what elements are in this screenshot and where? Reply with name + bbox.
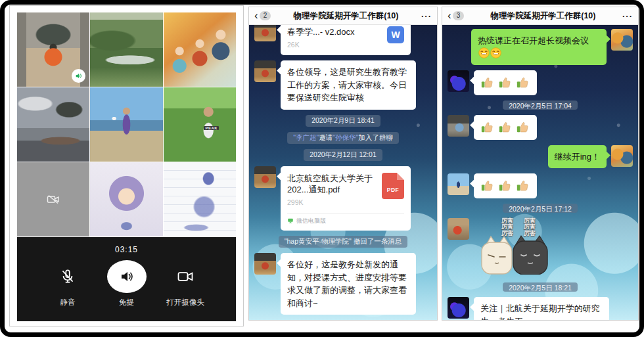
date-separator: 2020年2月12日 12:01	[304, 149, 382, 161]
pdf-file-icon: PDF	[382, 173, 404, 199]
emoji-bubble	[474, 70, 537, 95]
avatar[interactable]	[448, 218, 469, 240]
shirt-text: PEAK	[204, 126, 219, 130]
thumbs-up-icon	[498, 179, 513, 193]
mute-button[interactable]: 静音	[39, 259, 96, 307]
join-action-text: 邀请	[319, 133, 333, 141]
participant-video-6[interactable]: PEAK	[164, 87, 236, 162]
message-emoji	[442, 173, 638, 198]
thumbs-up-icon	[480, 76, 495, 90]
date-separator: 2020年2月5日 17:12	[503, 204, 578, 213]
word-icon-letter: W	[391, 28, 400, 42]
back-button[interactable]: ‹ 3	[448, 11, 464, 21]
participant-grid: PEAK	[17, 12, 236, 236]
chat-area: 春季学...- v2.docx 26K W 各位领导，这是研究生教育教学工作的方…	[249, 25, 437, 320]
file-bubble-docx[interactable]: 春季学...- v2.docx 26K W	[281, 25, 411, 55]
avatar[interactable]	[254, 25, 276, 41]
system-message-join: "李广超"邀请"孙保华"加入了群聊	[287, 132, 398, 144]
unread-count-badge: 3	[453, 11, 465, 20]
avatar[interactable]	[448, 173, 469, 195]
date-separator: 2020年2月9日 18:41	[306, 115, 380, 127]
chat-screenshot-2: ‹ 3 物理学院延期开学工作群(10) ··· 热统课正在召开超长视频会议	[442, 7, 639, 321]
participant-video-9[interactable]	[164, 162, 236, 236]
cats-sticker[interactable]: 厉害 厉害 厉害 厉害 厉害 厉害	[475, 218, 562, 277]
camera-icon	[176, 267, 195, 286]
more-menu-button[interactable]: ···	[622, 11, 633, 21]
message-text: 各位好，这是教务处新发的通知，对授课方式、进度安排等要求又做了新的调整，请大家查…	[249, 253, 437, 315]
message-emoji	[442, 115, 638, 140]
thumbs-up-icon	[480, 179, 495, 193]
file-name: 北京航空航天大学关于202...通知.pdf	[287, 173, 377, 196]
participant-video-3[interactable]	[164, 12, 236, 87]
mute-label: 静音	[60, 298, 76, 307]
word-file-icon: W	[387, 26, 404, 43]
speaker-icon	[119, 269, 135, 284]
chat-title: 物理学院延期开学工作群(10)	[464, 11, 622, 22]
speaker-on-badge	[72, 69, 85, 83]
thumbs-up-icon	[516, 120, 530, 135]
mic-muted-icon	[59, 268, 76, 285]
date-separator: 2020年2月5日 17:04	[503, 101, 578, 110]
participant-video-8[interactable]	[90, 162, 162, 236]
back-chevron-icon: ‹	[448, 10, 451, 21]
thumbs-up-icon	[480, 120, 495, 135]
file-size: 26K	[287, 40, 382, 51]
video-call-screenshot: PEAK 03:15	[9, 5, 244, 326]
emoji-bubble	[474, 173, 537, 198]
avatar[interactable]	[611, 145, 633, 167]
chat-screenshot-1: ‹ 2 物理学院延期开学工作群(10) ··· 春季学...- v2.docx …	[248, 7, 438, 321]
thumbs-up-icon	[498, 120, 513, 135]
thumbs-up-icon	[516, 179, 530, 193]
speaker-button[interactable]: 免提	[99, 259, 155, 307]
thumbs-up-icon	[498, 76, 513, 90]
screenshot-canvas: PEAK 03:15	[0, 0, 644, 337]
file-name: 春季学...- v2.docx	[287, 26, 382, 38]
open-camera-button[interactable]: 打开摄像头	[157, 259, 214, 307]
more-menu-button[interactable]: ···	[421, 11, 432, 21]
message-text: 关注｜北航关于延期开学的研究生、考生工	[442, 297, 638, 320]
call-control-bar: 03:15 静音	[17, 237, 236, 321]
speaker-waves-icon	[74, 72, 83, 80]
back-chevron-icon: ‹	[254, 10, 258, 21]
grin-emoji	[490, 47, 501, 58]
participant-video-4[interactable]	[17, 87, 89, 162]
avatar[interactable]	[254, 253, 276, 275]
text-bubble: 继续开ing！	[548, 145, 607, 169]
back-button[interactable]: ‹ 2	[254, 11, 271, 21]
file-size: 299K	[287, 198, 377, 208]
open-camera-label: 打开摄像头	[166, 298, 204, 307]
avatar[interactable]	[254, 166, 276, 188]
file-bubble-pdf[interactable]: 北京航空航天大学关于202...通知.pdf 299K PDF	[281, 166, 411, 231]
message-sticker: 厉害 厉害 厉害 厉害 厉害 厉害	[442, 218, 638, 277]
two-cats-image	[475, 234, 554, 275]
participant-video-2[interactable]	[90, 12, 162, 87]
text-bubble: 关注｜北航关于延期开学的研究生、考生工	[474, 297, 609, 320]
chat-header: ‹ 2 物理学院延期开学工作群(10) ···	[249, 7, 437, 25]
chat-title: 物理学院延期开学工作群(10)	[271, 11, 421, 22]
camera-off-icon	[45, 192, 61, 208]
speaker-label: 免提	[119, 298, 134, 307]
avatar[interactable]	[448, 115, 469, 137]
member-name-link[interactable]: "李广超"	[293, 133, 319, 141]
avatar[interactable]	[448, 297, 469, 319]
avatar[interactable]	[611, 29, 633, 51]
member-name-link[interactable]: "孙保华"	[333, 133, 358, 141]
pdf-icon-label: PDF	[382, 186, 404, 194]
chat-area: 热统课正在召开超长视频会议 2020年2月5日 17:04	[442, 25, 638, 320]
participant-video-7-camera-off[interactable]	[17, 162, 89, 236]
pdf-fold-corner	[397, 173, 404, 180]
message-text-outgoing: 继续开ing！	[442, 145, 638, 169]
thumbs-up-icon	[516, 76, 530, 90]
emoji-bubble	[474, 115, 537, 140]
avatar[interactable]	[448, 70, 469, 92]
avatar[interactable]	[254, 60, 276, 82]
text-bubble: 热统课正在召开超长视频会议	[471, 29, 607, 65]
text-bubble: 各位领导，这是研究生教育教学工作的方案，请大家审核。今日要保送研究生院审核	[281, 60, 416, 110]
unread-count-badge: 2	[260, 11, 271, 20]
message-text-content: 热统课正在召开超长视频会议	[478, 35, 589, 45]
participant-video-1[interactable]	[17, 12, 89, 87]
file-source-label: 微信电脑版	[296, 217, 326, 226]
grin-emoji	[478, 47, 490, 58]
participant-video-5[interactable]	[90, 87, 162, 162]
date-separator: 2020年2月5日 18:21	[503, 282, 578, 292]
